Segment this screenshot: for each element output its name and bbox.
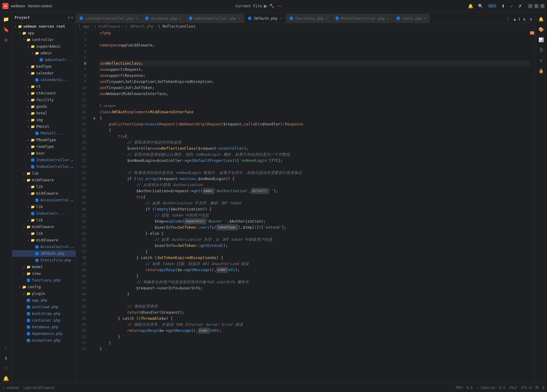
search-button[interactable]: 🔍 [477, 2, 484, 10]
nav-down-button[interactable]: ∨ [528, 15, 534, 23]
tree-item-view[interactable]: ▸ 📁 view [12, 270, 76, 277]
maximize-button[interactable]: □ [534, 4, 538, 8]
close-title-button[interactable]: ✗ [517, 2, 523, 10]
breadcrumb-middleware[interactable]: \ middleware [94, 24, 120, 29]
tab-calendarcontroller[interactable]: 🔵 calendarController.php × [76, 14, 141, 23]
status-app-path[interactable]: \app\middleware [23, 386, 54, 390]
tree-item-bedtype[interactable]: ▸ 📁 bedType [12, 63, 76, 70]
tree-item-webman[interactable]: ▾ 📁 webman sources root [12, 23, 76, 30]
right-icon-db[interactable]: 🗄 [537, 46, 546, 55]
tab-close-photelcontroller[interactable]: × [386, 16, 389, 21]
sidebar-icon-structure[interactable]: ⊞ [2, 35, 11, 44]
breadcrumb-jwtauth[interactable]: \ JWTAuth.php [125, 24, 153, 29]
tree-item-photelcontroller[interactable]: 🔵 PHotelC... [12, 130, 76, 137]
tree-item-lib4[interactable]: ▸ 📁 lib [12, 217, 76, 223]
tab-more-button[interactable]: ⋮ [504, 15, 511, 23]
tree-item-ctaccount[interactable]: ▸ 📁 ctAccount [12, 90, 76, 97]
tree-item-dependence[interactable]: 🔵 dependence.php [12, 330, 76, 337]
tree-item-user[interactable]: ▸ 📁 User [12, 150, 76, 157]
check-button[interactable]: ✓ [509, 2, 515, 10]
right-icon-gear[interactable]: ⚙ [537, 56, 546, 65]
tab-close-functions[interactable]: × [325, 16, 328, 21]
tab-photelcontroller[interactable]: 🔵 PHotelController.php × [332, 14, 393, 23]
right-icon-lock[interactable]: 🔒 [537, 66, 546, 75]
tree-item-lib3[interactable]: ▸ 📁 lib [12, 203, 76, 210]
sidebar-icon-terminal[interactable]: ▮ [2, 353, 11, 362]
sidebar-icon-git[interactable]: ⑂ [2, 363, 11, 373]
tree-item-indexcontroller2[interactable]: 🔵 IndexController.p... [12, 163, 76, 170]
tree-item-lib1[interactable]: ▸ 📁 lib [12, 170, 76, 177]
tree-item-exception[interactable]: 🔵 exception.php [12, 337, 76, 344]
minimize-button[interactable]: — [528, 4, 532, 8]
status-encoding[interactable]: UTF-8 [521, 386, 532, 390]
tree-item-middleware4[interactable]: ▾ 📁 middleware [12, 237, 76, 244]
sidebar-icon-bookmark[interactable]: 🔖 [2, 25, 11, 34]
tree-item-staticfile[interactable]: 🔵 StaticFile.php [12, 257, 76, 264]
tab-admincontroller[interactable]: 🔵 adminController.php × [185, 14, 244, 23]
tab-database[interactable]: 🔵 database.php × [142, 14, 185, 23]
tree-item-supperadmin[interactable]: ▾ 📁 supperAdmin [12, 43, 76, 50]
tab-close-jwtauth[interactable]: × [279, 16, 282, 21]
right-icon-notifications[interactable]: 🔔 [537, 15, 546, 24]
tab-close-database[interactable]: × [179, 16, 182, 21]
breadcrumb-reflectionclass[interactable]: \ ReflectionClass [158, 24, 195, 29]
tree-item-goods[interactable]: ▸ 📁 goods [12, 103, 76, 110]
right-icon-chart[interactable]: 📊 [537, 35, 546, 44]
close-button[interactable]: × [540, 4, 545, 8]
tree-item-calendarcontroller[interactable]: 🔵 calendarCo... [12, 77, 76, 83]
tree-item-lib5[interactable]: ▸ 📁 lib [12, 230, 76, 237]
tab-route[interactable]: 🔵 route.php × [393, 14, 430, 23]
tree-item-admin[interactable]: ▾ 📁 admin [12, 50, 76, 56]
code-area[interactable]: <?php namespace app\middleware; use Refl… [97, 30, 530, 383]
tab-close-admincontroller[interactable]: × [238, 16, 241, 21]
tree-item-config[interactable]: ▾ 📁 config [12, 284, 76, 290]
tree-item-ct[interactable]: ▸ 📁 ct [12, 83, 76, 90]
version-control-btn[interactable]: Version control [28, 4, 52, 8]
sidebar-icon-problems[interactable]: ⚠ [2, 343, 11, 352]
right-icon-palette[interactable]: 🎨 [537, 25, 546, 34]
tree-item-lib2[interactable]: ▸ 📁 lib [12, 183, 76, 190]
tree-item-middleware3[interactable]: ▾ 📁 middleware [12, 223, 76, 230]
tree-item-calendar[interactable]: ▾ 📁 calendar [12, 70, 76, 77]
tree-item-autoload[interactable]: 🔵 autoload.php [12, 304, 76, 310]
tree-item-accesscontrol2[interactable]: 🔵 AccessControl.p... [12, 244, 76, 250]
build-button[interactable]: 🔨 [269, 4, 274, 9]
tab-jwtauth[interactable]: 🔵 JWTAuth.php × [244, 14, 286, 23]
tree-item-proomtype[interactable]: ▸ 📁 PRoomType [12, 137, 76, 143]
tab-close-calendarcontroller[interactable]: × [135, 16, 138, 21]
tree-item-img[interactable]: ▸ 📁 img [12, 117, 76, 123]
tree-item-controller[interactable]: ▾ 📁 controller [12, 36, 76, 43]
sidebar-icon-project[interactable]: 📁 [2, 15, 11, 24]
tree-item-plugin[interactable]: ▸ 📁 plugin [12, 290, 76, 297]
tree-item-indexcontroller3[interactable]: 🔵 IndexContr... [12, 210, 76, 217]
settings-button[interactable]: 编辑 [487, 2, 498, 10]
tree-item-admincontroller[interactable]: 🔵 adminContr... [12, 56, 76, 63]
more-options-button[interactable]: ⋯ [276, 2, 283, 10]
tree-item-database-php[interactable]: 🔵 database.php [12, 324, 76, 330]
tree-item-hotel[interactable]: ▸ 📁 hotel [12, 110, 76, 117]
breadcrumb-app[interactable]: \ app [78, 24, 89, 29]
project-label[interactable]: webman [11, 4, 25, 8]
status-position[interactable]: 6:5 [499, 386, 505, 390]
tree-item-container[interactable]: 🔵 container.php [12, 317, 76, 324]
run-button[interactable]: ▶ [264, 3, 267, 9]
tree-item-indexcontroller1[interactable]: 🔵 IndexController.p... [12, 157, 76, 163]
tree-item-middleware2[interactable]: ▾ 📁 middleware [12, 190, 76, 197]
tree-item-app-php[interactable]: 🔵 app.php [12, 297, 76, 304]
status-php[interactable]: PHP: 8.0 [456, 386, 473, 390]
tree-item-accesscontrol1[interactable]: 🔵 AccessControl.p... [12, 197, 76, 203]
tree-item-roomtype[interactable]: ▸ 📁 roomType [12, 143, 76, 150]
sidebar-icon-notifications[interactable]: 🔔 [2, 374, 11, 383]
tree-item-facility[interactable]: ▸ 📁 facility [12, 97, 76, 103]
tree-item-app[interactable]: ▾ 📁 app [12, 30, 76, 36]
nav-up-button[interactable]: ∧ [521, 15, 527, 23]
panel-icon-gear[interactable]: ⚙ [68, 15, 70, 20]
notifications-button[interactable]: 🔔 [467, 2, 474, 10]
download-button[interactable]: ⬇ [500, 2, 506, 10]
tree-item-photel[interactable]: ▾ 📁 PHotel [12, 123, 76, 130]
tab-functions[interactable]: 🔵 functions.php × [286, 14, 332, 23]
tree-item-model[interactable]: ▸ 📁 model [12, 264, 76, 270]
tree-item-bootstrap[interactable]: 🔵 bootstrap.php [12, 310, 76, 317]
status-crlf[interactable]: CRLF [509, 386, 518, 390]
status-tabnine[interactable]: ⚡ tabnine [476, 386, 495, 390]
